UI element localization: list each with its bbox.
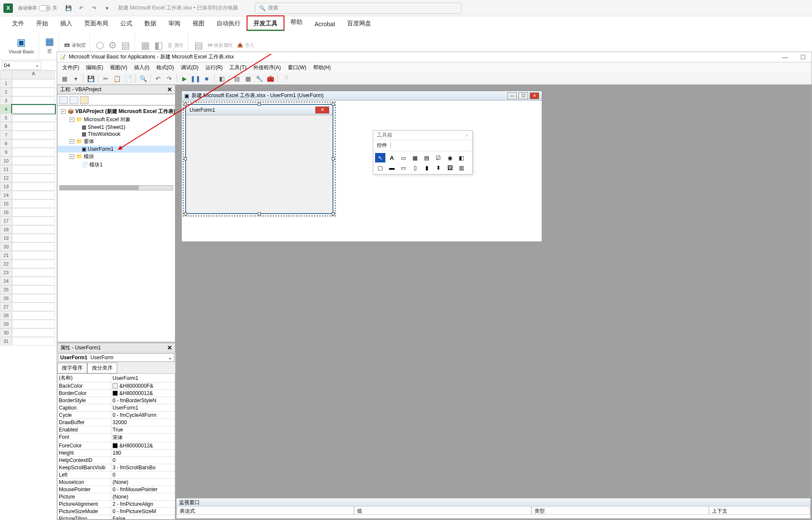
cell[interactable] — [12, 165, 55, 174]
row-header[interactable]: 11 — [0, 165, 12, 174]
row-header[interactable]: 6 — [0, 122, 12, 131]
tab-review[interactable]: 审阅 — [162, 16, 186, 31]
pointer-tool-icon[interactable]: ↖ — [375, 153, 385, 162]
row-header[interactable]: 27 — [0, 303, 12, 311]
watch-column-header[interactable]: 类型 — [531, 506, 709, 515]
menu-item[interactable]: 格式(O) — [156, 64, 174, 71]
property-row[interactable]: Cycle0 - fmCycleAllForm — [58, 412, 175, 419]
row-header[interactable]: 7 — [0, 131, 12, 139]
listbox-tool-icon[interactable]: ▤ — [421, 153, 432, 162]
vbe-titlebar[interactable]: 📝 Microsoft Visual Basic for Application… — [57, 52, 812, 62]
group-macro[interactable]: ▦ 宏 — [41, 32, 59, 59]
import-button[interactable]: 📥 导入 — [237, 42, 254, 49]
cell[interactable] — [12, 191, 55, 199]
refedit-tool-icon[interactable]: ▥ — [456, 163, 467, 172]
label-tool-icon[interactable]: A — [387, 153, 397, 162]
property-row[interactable]: (名称)UserForm1 — [58, 374, 175, 382]
property-row[interactable]: Picture(None) — [58, 493, 175, 501]
record-macro-button[interactable]: 📼 录制宏 — [64, 42, 86, 49]
property-row[interactable]: BackColor&H8000000F& — [58, 382, 175, 390]
property-row[interactable]: Left0 — [58, 471, 175, 479]
cell[interactable] — [12, 208, 55, 217]
row-header[interactable]: 20 — [0, 242, 12, 251]
tab-view[interactable]: 视图 — [186, 16, 211, 31]
tree-sheet1[interactable]: ▦ Sheet1 (Sheet1) — [58, 124, 175, 131]
view-object-icon[interactable] — [70, 96, 78, 104]
minimize-button[interactable]: — — [507, 92, 517, 99]
property-row[interactable]: PictureTilingFalse — [58, 515, 175, 520]
row-header[interactable]: 22 — [0, 260, 12, 268]
property-row[interactable]: BorderStyle0 - fmBorderStyleN — [58, 397, 175, 404]
tab-home[interactable]: 开始 — [30, 16, 54, 31]
userform-canvas[interactable]: UserForm1 ✕ — [185, 104, 333, 214]
row-header[interactable]: 29 — [0, 320, 12, 328]
row-header[interactable]: 3 — [0, 96, 12, 105]
watch-header[interactable]: 监视窗口 — [177, 499, 810, 506]
maximize-button[interactable]: ☐ — [797, 54, 809, 61]
property-row[interactable]: CaptionUserForm1 — [58, 404, 175, 412]
view-code-icon[interactable] — [59, 96, 68, 104]
row-header[interactable]: 12 — [0, 174, 12, 182]
row-header[interactable]: 19 — [0, 234, 12, 242]
cell[interactable] — [12, 217, 55, 225]
project-tree[interactable]: −📦 VBAProject (新建 Microsoft Excel 工作表) −… — [57, 105, 175, 342]
close-button[interactable]: ✕ — [530, 92, 539, 99]
tab-file[interactable]: 文件 — [6, 16, 30, 31]
cell[interactable] — [12, 260, 55, 268]
maximize-button[interactable]: ☐ — [519, 92, 528, 99]
tree-userform1[interactable]: ▣ UserForm1 — [58, 146, 175, 153]
redo-icon[interactable]: ↷ — [90, 4, 98, 12]
tree-modules[interactable]: −📁 模块 — [58, 153, 175, 161]
cell[interactable] — [12, 225, 55, 234]
cell[interactable] — [12, 285, 55, 294]
menu-item[interactable]: 窗口(W) — [288, 64, 306, 71]
watch-window[interactable]: 监视窗口 表达式值类型上下文 — [176, 498, 811, 519]
toolbox-titlebar[interactable]: 工具箱 ✕ — [373, 131, 472, 140]
row-header[interactable]: 23 — [0, 268, 12, 277]
row-header[interactable]: 17 — [0, 217, 12, 225]
cell[interactable] — [12, 337, 55, 346]
menu-item[interactable]: 外接程序(A) — [253, 64, 281, 71]
mdi-titlebar[interactable]: ▣ 新建 Microsoft Excel 工作表.xlsx - UserForm… — [182, 91, 542, 101]
undo-icon[interactable]: ↶ — [77, 4, 85, 12]
tab-developer[interactable]: 开发工具 — [247, 15, 284, 31]
spinbutton-tool-icon[interactable]: ⬍ — [433, 163, 443, 172]
cell[interactable] — [12, 139, 55, 148]
run-icon[interactable]: ▶ — [180, 74, 189, 83]
row-header[interactable]: 2 — [0, 88, 12, 96]
tab-insert[interactable]: 插入 — [54, 16, 78, 31]
horizontal-scrollbar[interactable] — [59, 185, 173, 190]
menu-item[interactable]: 运行(R) — [205, 64, 223, 71]
cell[interactable] — [12, 148, 55, 156]
cell[interactable] — [12, 251, 55, 260]
excel-addins-icon[interactable]: ⚙ — [108, 40, 117, 51]
menu-item[interactable]: 工具(T) — [229, 64, 246, 71]
insert-icon[interactable]: ▾ — [71, 74, 80, 83]
cell[interactable] — [12, 113, 55, 122]
toggle-folders-icon[interactable] — [80, 96, 89, 104]
addins-icon[interactable]: ⬡ — [96, 40, 104, 51]
group-vb[interactable]: ▣ Visual Basic — [4, 32, 39, 59]
name-box[interactable]: D4⌄ — [2, 61, 41, 70]
property-row[interactable]: HelpContextID0 — [58, 457, 175, 464]
row-header[interactable]: 10 — [0, 156, 12, 165]
properties-button[interactable]: 🗄 属性 — [168, 42, 183, 49]
property-row[interactable]: DrawBuffer32000 — [58, 419, 175, 426]
property-row[interactable]: PictureSizeMode0 - fmPictureSizeM — [58, 508, 175, 515]
tab-auto[interactable]: 自动执行 — [211, 16, 247, 31]
menu-item[interactable]: 插入(I) — [134, 64, 149, 71]
cell[interactable] — [12, 320, 55, 328]
cell[interactable] — [12, 242, 55, 251]
minimize-button[interactable]: — — [779, 54, 791, 61]
break-icon[interactable]: ❚❚ — [191, 74, 200, 83]
toolbox-icon[interactable]: 🧰 — [266, 74, 275, 83]
close-icon[interactable]: ✕ — [167, 344, 172, 351]
copy-icon[interactable]: 📋 — [112, 74, 122, 83]
cell[interactable] — [12, 277, 55, 285]
dropdown-icon[interactable]: ▾ — [103, 4, 111, 12]
row-header[interactable]: 8 — [0, 139, 12, 148]
watch-column-header[interactable]: 值 — [354, 506, 531, 515]
row-header[interactable]: 31 — [0, 337, 12, 346]
row-header[interactable]: 1 — [0, 79, 12, 88]
cell[interactable] — [12, 328, 55, 337]
